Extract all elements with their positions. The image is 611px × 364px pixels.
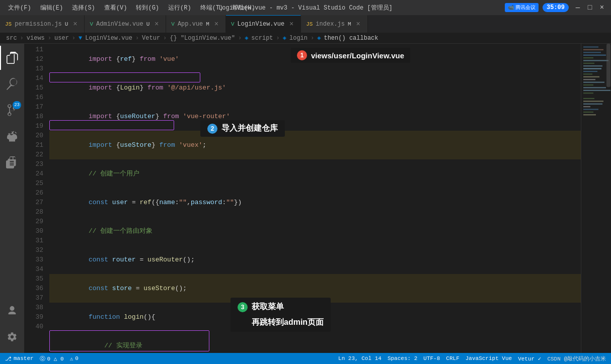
status-vetur[interactable]: Vetur ✓ xyxy=(518,355,541,362)
menu-view[interactable]: 查看(V) xyxy=(100,3,131,13)
close-button[interactable]: × xyxy=(597,3,607,13)
svg-rect-12 xyxy=(583,76,599,77)
editor-area[interactable]: 11 12 13 14 15 16 17 18 19 20 21 22 23 2… xyxy=(24,44,611,353)
breadcrumb-loginview[interactable]: LoginView.vue xyxy=(85,35,132,42)
annotation-text-3a: 获取菜单 xyxy=(252,302,284,312)
sync-icon: ⓪ xyxy=(40,355,45,362)
status-bar: ⎇ master ⓪ 0 △ 0 ⚠ 0 Ln 23, Col 14 Space… xyxy=(0,353,611,364)
activity-extensions[interactable] xyxy=(0,150,24,174)
tab-permission[interactable]: JS permission.js U × xyxy=(0,15,85,33)
window-title: LoginView.vue - mv3 - Visual Studio Code… xyxy=(218,4,393,12)
menu-goto[interactable]: 转到(G) xyxy=(132,3,163,13)
minimap xyxy=(581,44,611,353)
watermark-text: CSDN @敲代码的小吉米 xyxy=(547,355,606,362)
error-count: 0 xyxy=(75,355,79,361)
minimize-button[interactable]: — xyxy=(573,3,583,13)
status-language[interactable]: JavaScript Vue xyxy=(466,355,512,361)
code-line-21: // 实现登录 xyxy=(49,331,581,353)
breadcrumb-sep: › xyxy=(20,35,24,42)
tab-close-button[interactable]: × xyxy=(287,20,295,28)
svg-rect-11 xyxy=(583,73,592,74)
fn2-breadcrumb-icon: ◈ xyxy=(317,34,321,42)
breadcrumb-src[interactable]: src xyxy=(6,35,17,42)
activity-bar-bottom xyxy=(0,299,24,353)
tab-close-button[interactable]: × xyxy=(152,20,161,28)
language-text: JavaScript Vue xyxy=(466,355,512,361)
tab-appvue[interactable]: V App.vue M × xyxy=(166,15,226,33)
breadcrumb-sep: › xyxy=(72,35,75,42)
tencent-label: 腾讯会议 xyxy=(515,4,536,11)
breadcrumb-sep: › xyxy=(238,35,242,42)
tab-adminview[interactable]: V AdminView.vue U × xyxy=(85,15,166,33)
activity-search[interactable] xyxy=(0,72,24,96)
annotation-3: 3 获取菜单 再跳转到admin页面 xyxy=(231,298,331,332)
tab-close-button[interactable]: × xyxy=(71,20,79,28)
breadcrumb-sep: › xyxy=(276,35,280,42)
status-branch[interactable]: ⎇ master xyxy=(5,355,34,362)
status-spaces[interactable]: Spaces: 2 xyxy=(388,355,417,361)
svg-rect-25 xyxy=(583,114,596,115)
tab-loginview[interactable]: V LoginView.vue × xyxy=(226,15,301,33)
tab-close-button[interactable]: × xyxy=(212,20,220,28)
tab-modified-u: U xyxy=(65,21,68,27)
code-lines: import {ref} from 'vue' import {Login} f… xyxy=(49,44,581,353)
tab-bar: JS permission.js U × V AdminView.vue U ×… xyxy=(0,15,611,33)
status-sync[interactable]: ⓪ 0 △ 0 xyxy=(40,355,64,362)
tab-index[interactable]: JS index.js M × xyxy=(301,15,367,33)
svg-rect-5 xyxy=(583,57,593,58)
status-errors[interactable]: ⚠ 0 xyxy=(70,355,79,362)
activity-debug[interactable] xyxy=(0,124,24,148)
breadcrumb-then[interactable]: then() callback xyxy=(324,35,378,42)
breadcrumb-user[interactable]: user xyxy=(54,35,69,42)
code-line-14: import {useStore} from 'vuex'; xyxy=(49,131,581,159)
svg-rect-1 xyxy=(583,46,598,47)
svg-rect-20 xyxy=(583,101,603,102)
activity-settings[interactable] xyxy=(0,325,24,349)
annotation-num-3: 3 xyxy=(238,302,248,312)
svg-rect-9 xyxy=(583,68,601,69)
activity-explorer[interactable] xyxy=(0,46,24,70)
status-encoding[interactable]: UTF-8 xyxy=(423,355,440,361)
status-position[interactable]: Ln 23, Col 14 xyxy=(338,355,381,361)
menu-run[interactable]: 运行(R) xyxy=(164,3,195,13)
vue-breadcrumb-icon: ▼ xyxy=(79,35,82,42)
status-eol[interactable]: CRLF xyxy=(446,355,459,361)
spaces-text: Spaces: 2 xyxy=(388,355,417,361)
svg-rect-4 xyxy=(583,55,606,56)
code-line-12: import {Login} from '@/api/user.js' xyxy=(49,73,581,102)
svg-rect-19 xyxy=(583,98,594,99)
breadcrumb-vetur[interactable]: Vetur xyxy=(142,35,160,42)
breadcrumb: src › views › user › ▼ LoginView.vue › V… xyxy=(0,33,611,44)
breadcrumb-views[interactable]: views xyxy=(27,35,45,42)
minimap-svg xyxy=(581,44,611,353)
tencent-meeting-badge[interactable]: 📹 腾讯会议 xyxy=(505,3,539,12)
window-controls[interactable]: — □ × xyxy=(573,3,607,13)
tab-label: index.js xyxy=(316,21,345,28)
js-icon: JS xyxy=(306,21,313,27)
menu-file[interactable]: 文件(F) xyxy=(4,3,35,13)
menu-edit[interactable]: 编辑(E) xyxy=(36,3,67,13)
breadcrumb-login[interactable]: login xyxy=(289,35,308,42)
status-bar-right: Ln 23, Col 14 Spaces: 2 UTF-8 CRLF JavaS… xyxy=(338,355,606,362)
title-bar: 文件(F) 编辑(E) 选择(S) 查看(V) 转到(G) 运行(R) 终端(T… xyxy=(0,0,611,15)
svg-rect-6 xyxy=(583,60,608,61)
maximize-button[interactable]: □ xyxy=(585,3,595,13)
activity-scm[interactable]: 23 xyxy=(0,98,24,122)
breadcrumb-json[interactable]: {} "LoginView.vue" xyxy=(170,35,235,42)
breadcrumb-script[interactable]: script xyxy=(251,35,273,42)
svg-rect-17 xyxy=(583,90,610,91)
activity-accounts[interactable] xyxy=(0,299,24,323)
svg-rect-3 xyxy=(583,52,601,53)
menu-select[interactable]: 选择(S) xyxy=(68,3,99,13)
scm-badge: 23 xyxy=(13,101,21,109)
code-content: 11 12 13 14 15 16 17 18 19 20 21 22 23 2… xyxy=(24,44,611,353)
annotation-text-2: 导入并创建仓库 xyxy=(221,123,278,134)
tencent-icon: 📹 xyxy=(508,5,514,11)
tab-close-button[interactable]: × xyxy=(354,20,362,28)
svg-rect-8 xyxy=(583,65,602,66)
annotation-num-2: 2 xyxy=(207,124,217,134)
svg-rect-16 xyxy=(583,87,606,88)
git-icon: ⎇ xyxy=(5,355,12,362)
code-line-18: const router = useRouter(); xyxy=(49,245,581,274)
annotation-num-1: 1 xyxy=(297,50,307,60)
